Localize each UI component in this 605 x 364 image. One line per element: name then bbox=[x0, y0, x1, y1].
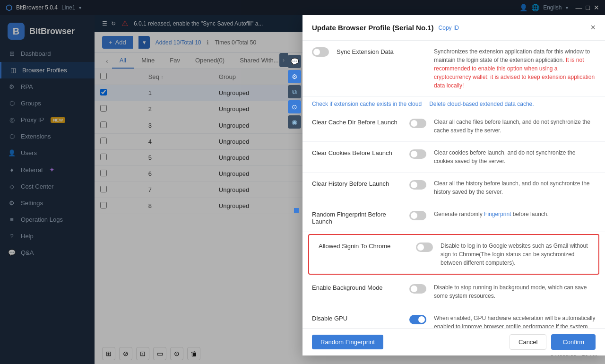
allowed-signin-desc: Disable to log in to Google websites suc… bbox=[441, 242, 589, 267]
side-panel: › 💬 ⚙ ⧉ ⊙ ◉ bbox=[288, 53, 301, 129]
allowed-signin-setting: Allowed Signin To Chrome Disable to log … bbox=[309, 235, 598, 274]
disable-gpu-desc: When enabled, GPU hardware acceleration … bbox=[434, 314, 596, 328]
modal-overlay: › 💬 ⚙ ⧉ ⊙ ◉ Update Browser Profile (Seri… bbox=[0, 0, 605, 364]
background-mode-label: Enable Background Mode bbox=[312, 283, 402, 291]
clear-cookies-setting: Clear Cookies Before Launch Clear cookie… bbox=[302, 142, 605, 173]
panel-icon-chat[interactable]: 💬 bbox=[288, 55, 301, 68]
disable-gpu-setting: Disable GPU When enabled, GPU hardware a… bbox=[302, 307, 605, 328]
clear-cache-toggle[interactable] bbox=[409, 119, 426, 128]
clear-cookies-label: Clear Cookies Before Launch bbox=[312, 148, 402, 156]
background-mode-setting: Enable Background Mode Disable to stop r… bbox=[302, 277, 605, 307]
random-fingerprint-button[interactable]: Random Fingerprint bbox=[312, 335, 383, 349]
clear-cookies-desc: Clear cookies before launch, and do not … bbox=[434, 148, 596, 165]
extension-links: Check if extension cache exists in the c… bbox=[302, 97, 605, 111]
clear-cache-setting: Clear Cache Dir Before Launch Clear all … bbox=[302, 111, 605, 142]
random-fingerprint-toggle[interactable] bbox=[409, 211, 426, 220]
panel-icon-settings[interactable]: ⚙ bbox=[288, 70, 301, 83]
modal-title: Update Browser Profile (Serial No.1) Cop… bbox=[312, 24, 459, 32]
background-mode-desc: Disable to stop running in background mo… bbox=[434, 283, 596, 300]
modal-action-buttons: Cancel Confirm bbox=[510, 334, 596, 350]
clear-history-desc: Clear all the history before launch, and… bbox=[434, 179, 596, 196]
allowed-signin-setting-container: Allowed Signin To Chrome Disable to log … bbox=[308, 234, 599, 275]
random-fingerprint-desc: Generate randomly Fingerprint before lau… bbox=[434, 210, 596, 218]
panel-icon-toggle[interactable]: ⊙ bbox=[288, 100, 301, 113]
clear-cookies-toggle[interactable] bbox=[409, 149, 426, 159]
random-fingerprint-label: Random Fingerprint Before Launch bbox=[312, 210, 402, 225]
sync-extension-toggle[interactable] bbox=[312, 47, 329, 57]
update-profile-modal: Update Browser Profile (Serial No.1) Cop… bbox=[302, 15, 605, 355]
delete-cache-link[interactable]: Delete cloud-based extended data cache. bbox=[429, 101, 534, 107]
allowed-signin-toggle[interactable] bbox=[416, 243, 433, 252]
clear-history-label: Clear History Before Launch bbox=[312, 179, 402, 187]
disable-gpu-label: Disable GPU bbox=[312, 314, 402, 322]
sync-extension-label: Sync Extension Data bbox=[337, 47, 426, 55]
scroll-indicator bbox=[294, 208, 299, 213]
modal-header: Update Browser Profile (Serial No.1) Cop… bbox=[302, 15, 605, 41]
allowed-signin-label: Allowed Signin To Chrome bbox=[319, 242, 408, 250]
check-cache-link[interactable]: Check if extension cache exists in the c… bbox=[312, 101, 422, 107]
clear-cache-desc: Clear all cache files before launch, and… bbox=[434, 118, 596, 135]
cancel-button[interactable]: Cancel bbox=[510, 334, 546, 350]
modal-footer: Random Fingerprint Cancel Confirm bbox=[302, 328, 605, 355]
modal-body: Sync Extension Data Synchronizes the ext… bbox=[302, 41, 605, 328]
clear-history-toggle[interactable] bbox=[409, 180, 426, 190]
modal-close-button[interactable]: × bbox=[590, 23, 596, 33]
title-text: Update Browser Profile (Serial No.1) bbox=[312, 24, 434, 32]
copy-id-button[interactable]: Copy ID bbox=[439, 25, 459, 31]
clear-cache-label: Clear Cache Dir Before Launch bbox=[312, 118, 402, 126]
confirm-button[interactable]: Confirm bbox=[551, 334, 596, 350]
panel-collapse-arrow[interactable]: › bbox=[279, 53, 288, 67]
sync-extension-desc: Synchronizes the extension application d… bbox=[434, 47, 596, 90]
clear-history-setting: Clear History Before Launch Clear all th… bbox=[302, 173, 605, 203]
background-mode-toggle[interactable] bbox=[409, 284, 426, 294]
random-fingerprint-setting: Random Fingerprint Before Launch Generat… bbox=[302, 203, 605, 232]
disable-gpu-toggle[interactable] bbox=[409, 315, 426, 324]
panel-icon-copy[interactable]: ⧉ bbox=[288, 85, 301, 98]
panel-icon-fingerprint[interactable]: ◉ bbox=[288, 115, 301, 129]
random-fingerprint-label: Random Fingerprint bbox=[320, 338, 375, 346]
sync-extension-setting: Sync Extension Data Synchronizes the ext… bbox=[302, 41, 605, 97]
